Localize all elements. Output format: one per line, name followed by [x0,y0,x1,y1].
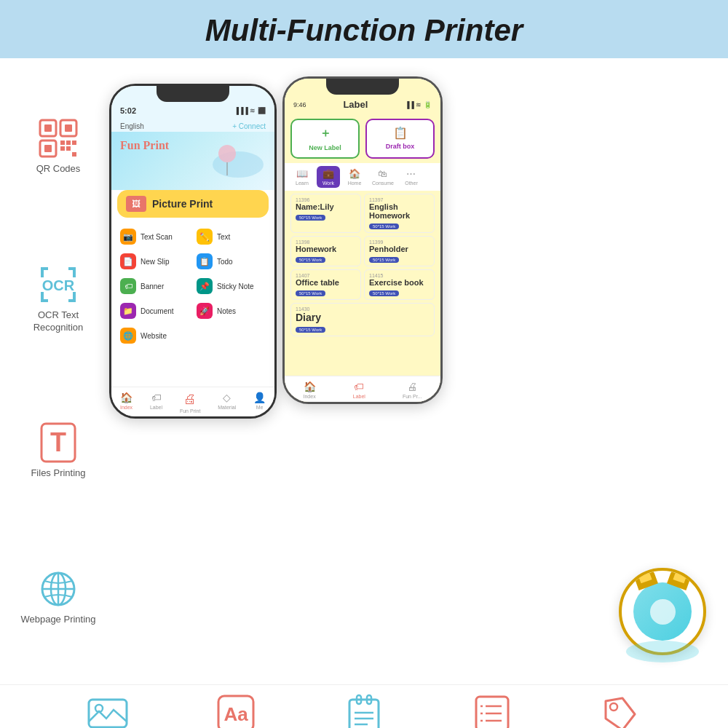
ocr-label: OCR Text Recognition [15,309,102,334]
svg-text:T: T [50,427,66,457]
right-nav-index[interactable]: 🏠Index [304,381,316,399]
menu-dot-notes: 🚀 [197,303,213,319]
nav-index[interactable]: 🏠Index [120,392,132,414]
cat-consume[interactable]: 🛍Consume [369,166,397,188]
nav-me[interactable]: 👤Me [253,392,266,414]
new-label-label: New Label [309,144,341,151]
globe-icon [36,567,80,611]
feature-web: Webpage Printing [20,567,95,626]
printer-inner [633,582,692,641]
menu-item-todo[interactable]: 📋 Todo [194,250,269,273]
svg-rect-17 [41,299,48,302]
menu-item-document[interactable]: 📁 Document [117,299,192,323]
label-cards-grid: 11396 Name:Lily 50*15 Work 11397 English… [285,191,440,303]
label-card-office-table[interactable]: 11407 Office table 50*15 Work [290,269,361,300]
nav-label[interactable]: 🏷Label [150,392,162,414]
label-title: Label [306,99,405,110]
labels-icon [600,695,641,729]
svg-rect-1 [44,124,52,132]
feature-files: T Files Printing [31,421,85,480]
right-nav-fun-print[interactable]: 🖨Fun Pr... [403,381,422,399]
cat-work[interactable]: 💼Work [317,166,340,188]
svg-text:OCR: OCR [42,277,75,293]
bottom-features: Pictures Aa Text Notes [0,684,728,728]
right-nav-label[interactable]: 🏷Label [353,381,365,399]
svg-text:Aa: Aa [223,703,248,725]
new-label-button[interactable]: ＋ New Label [290,119,360,159]
svg-rect-8 [60,146,65,151]
cat-other[interactable]: ⋯Other [400,166,423,188]
label-card-exercise-book[interactable]: 11415 Exercise book 50*15 Work [364,269,435,300]
left-phone: 5:02 ▐▐▐ ≋ ⬛ English + Connect Fun Print [109,84,277,419]
svg-rect-9 [66,146,71,151]
menu-label-todo: Todo [217,258,233,266]
main-content: QR Codes OCR OCR Text Recognition [0,58,728,684]
label-card-english-hw[interactable]: 11397 English Homework 50*15 Work [364,194,435,233]
app-bottom-nav: 🏠Index 🏷Label 🖨Fun Print ◇Material 👤Me [111,387,274,416]
bottom-feature-pictures: Pictures [64,695,151,729]
menu-item-new-slip[interactable]: 📄 New Slip [117,250,192,273]
menu-dot-todo: 📋 [197,253,213,269]
category-tabs: 📖Learn 💼Work 🏠Home 🛍Consume ⋯Other [285,163,440,191]
menu-item-text-scan[interactable]: 📷 Text Scan [117,225,192,248]
cat-home[interactable]: 🏠Home [343,166,366,188]
qr-label: QR Codes [36,163,81,175]
menu-label-new-slip: New Slip [141,258,169,266]
bottom-feature-notes: Notes [320,695,408,729]
menu-dot-text: ✏️ [197,229,213,245]
menu-dot-website: 🌐 [120,328,136,344]
bottom-feature-text: Aa Text [192,695,280,729]
web-label: Webpage Printing [20,614,95,626]
menu-item-notes[interactable]: 🚀 Notes [194,299,269,323]
printer-device [604,546,721,662]
svg-rect-6 [60,141,65,145]
menu-item-banner[interactable]: 🏷 Banner [117,274,192,298]
app-nav-row: English + Connect [111,121,274,132]
app-connect: + Connect [232,122,266,130]
menu-label-document: Document [141,307,174,315]
menu-item-sticky-note[interactable]: 📌 Sticky Note [194,274,269,298]
label-card-homework[interactable]: 11398 Homework 50*15 Work [290,236,361,266]
diary-section: 11430 Diary 50*15 Work [285,303,440,339]
label-card-lily[interactable]: 11396 Name:Lily 50*15 Work [290,194,361,233]
menu-dot-banner: 🏷 [120,278,136,294]
left-phone-screen: 5:02 ▐▐▐ ≋ ⬛ English + Connect Fun Print [111,86,274,416]
app-menu-grid: 📷 Text Scan ✏️ Text 📄 New Slip 📋 Todo [111,222,274,350]
nav-material[interactable]: ◇Material [218,392,236,414]
left-sidebar: QR Codes OCR OCR Text Recognition [15,66,102,677]
picture-print-icon: 🖼 [126,196,146,212]
fun-print-banner: Fun Print [111,132,274,190]
nav-fun-print[interactable]: 🖨Fun Print [180,392,200,414]
svg-rect-19 [68,299,76,302]
draft-box-button[interactable]: 📋 Draft box [365,119,435,159]
printer-glow [626,641,699,662]
page-title: Multi-Function Printer [0,13,728,48]
menu-label-sticky-note: Sticky Note [217,282,254,290]
cat-learn[interactable]: 📖Learn [290,166,314,188]
picture-print-label: Picture Print [152,198,213,210]
menu-label-notes: Notes [217,307,236,315]
right-phone: 9:46 Label ▐▐ ≋ 🔋 ＋ New Label 📋 Draft bo… [282,76,443,404]
menu-label-text-scan: Text Scan [141,233,173,241]
phone-notch-left [157,86,229,102]
picture-print-button[interactable]: 🖼 Picture Print [117,190,269,218]
label-card-diary[interactable]: 11430 Diary 50*15 Work [290,303,435,336]
app-lang: English [120,122,144,130]
menu-item-text[interactable]: ✏️ Text [194,225,269,248]
menu-dot-document: 📁 [120,303,136,319]
bottom-feature-labels: Labels [577,695,664,729]
phone-notch-right [326,79,399,95]
menu-label-text: Text [217,233,230,241]
lists-icon [472,695,513,729]
svg-point-28 [218,145,236,162]
header: Multi-Function Printer [0,0,728,58]
menu-dot-new-slip: 📄 [120,253,136,269]
right-phone-bottom-nav: 🏠Index 🏷Label 🖨Fun Pr... [285,376,440,402]
right-phone-screen: 9:46 Label ▐▐ ≋ 🔋 ＋ New Label 📋 Draft bo… [285,79,440,402]
qr-icon [36,116,80,160]
menu-item-website[interactable]: 🌐 Website [117,324,192,347]
draft-box-label: Draft box [386,143,415,150]
text-icon: Aa [215,695,256,729]
svg-rect-7 [66,141,71,145]
label-card-penholder[interactable]: 11399 Penholder 50*15 Work [364,236,435,266]
